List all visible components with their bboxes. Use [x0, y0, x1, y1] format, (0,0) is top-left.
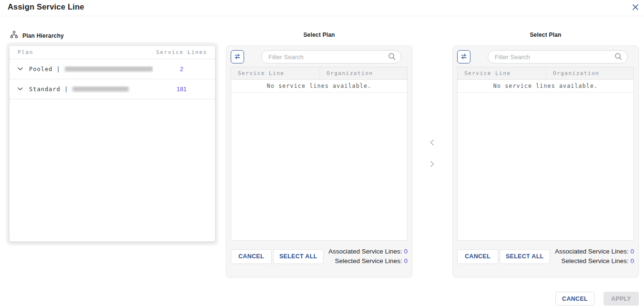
dialog-apply-button[interactable]: APPLY	[603, 292, 639, 306]
empty-state-message: No service lines available.	[458, 80, 634, 93]
filter-sliders-icon	[234, 53, 241, 61]
plan-hierarchy-title: Plan Hierarchy	[22, 32, 64, 39]
service-lines-column-header: Service Lines	[153, 49, 210, 55]
selected-service-lines-value: 0	[630, 257, 634, 265]
transfer-arrows	[426, 138, 438, 170]
chevron-down-icon[interactable]	[17, 66, 24, 72]
plan-row-standard[interactable]: Standard | 181	[10, 79, 215, 99]
associated-service-lines-label: Associated Service Lines:	[555, 248, 629, 255]
plan-hierarchy-table: Plan Service Lines Pooled | 2	[10, 46, 215, 242]
service-line-table-header: Service Line Organization	[458, 67, 634, 80]
select-plan-title: Select Plan	[226, 32, 412, 38]
plan-table-header: Plan Service Lines	[10, 46, 215, 59]
filter-settings-button[interactable]	[231, 50, 244, 64]
dialog-actions: CANCEL APPLY	[555, 292, 639, 306]
selected-service-lines-label: Selected Service Lines:	[561, 257, 628, 265]
filter-settings-button[interactable]	[457, 50, 470, 64]
plan-hierarchy-card: Plan Service Lines Pooled | 2	[6, 42, 218, 245]
service-lines-count[interactable]: 181	[153, 86, 210, 93]
close-button[interactable]	[629, 1, 642, 14]
organization-column-header: Organization	[546, 67, 599, 79]
cancel-button[interactable]: CANCEL	[457, 249, 498, 264]
service-lines-count[interactable]: 2	[153, 66, 210, 73]
panel-toolbar	[457, 50, 634, 64]
plan-hierarchy-header: Plan Hierarchy	[10, 31, 64, 41]
select-all-button[interactable]: SELECT ALL	[500, 249, 550, 264]
organization-column-header: Organization	[320, 67, 373, 79]
cancel-button[interactable]: CANCEL	[231, 249, 272, 264]
dialog-titlebar: Assign Service Line	[0, 0, 644, 16]
service-line-table: Service Line Organization No service lin…	[231, 67, 408, 241]
panel-toolbar	[231, 50, 408, 64]
associated-service-lines-label: Associated Service Lines:	[328, 248, 402, 255]
select-plan-title: Select Plan	[452, 32, 639, 38]
empty-state-message: No service lines available.	[231, 80, 407, 93]
hierarchy-icon	[10, 31, 18, 41]
select-plan-panel-left: Service Line Organization No service lin…	[226, 45, 412, 277]
panel-footer: CANCEL SELECT ALL Associated Service Lin…	[231, 247, 408, 266]
close-icon	[632, 4, 639, 12]
redacted-plan-name	[72, 86, 129, 92]
service-line-column-header: Service Line	[458, 67, 546, 79]
redacted-plan-name	[65, 66, 153, 72]
select-plan-panel-right: Service Line Organization No service lin…	[452, 45, 639, 277]
select-all-button[interactable]: SELECT ALL	[273, 249, 324, 264]
chevron-left-icon	[430, 139, 434, 147]
associated-service-lines-value: 0	[630, 248, 634, 255]
dialog-cancel-button[interactable]: CANCEL	[555, 292, 594, 306]
service-line-table-header: Service Line Organization	[231, 67, 407, 80]
filter-search-input[interactable]	[261, 50, 401, 64]
chevron-right-icon	[430, 161, 434, 169]
move-right-button[interactable]	[426, 159, 438, 170]
plan-row-label: Pooled |	[29, 66, 61, 73]
plan-column-header: Plan	[10, 49, 153, 55]
service-line-counts: Associated Service Lines:0 Selected Serv…	[555, 247, 634, 266]
service-line-counts: Associated Service Lines:0 Selected Serv…	[328, 247, 408, 266]
service-line-table: Service Line Organization No service lin…	[457, 67, 634, 241]
filter-sliders-icon	[460, 53, 467, 61]
move-left-button[interactable]	[426, 138, 438, 149]
plan-row-label: Standard |	[29, 86, 68, 93]
plan-row-pooled[interactable]: Pooled | 2	[10, 59, 215, 79]
filter-search-input[interactable]	[488, 50, 628, 64]
selected-service-lines-value: 0	[404, 257, 408, 265]
chevron-down-icon[interactable]	[17, 86, 24, 92]
dialog-title: Assign Service Line	[8, 2, 84, 11]
panel-footer: CANCEL SELECT ALL Associated Service Lin…	[457, 247, 634, 266]
associated-service-lines-value: 0	[404, 248, 408, 255]
selected-service-lines-label: Selected Service Lines:	[335, 257, 402, 265]
service-line-column-header: Service Line	[231, 67, 320, 79]
